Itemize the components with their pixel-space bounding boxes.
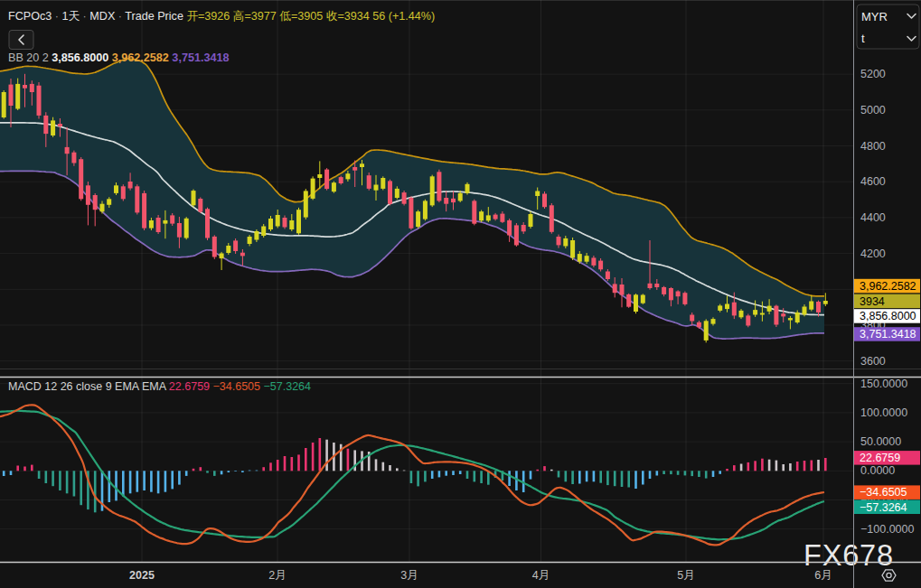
svg-text:5200: 5200 [860,68,886,80]
svg-text:4600: 4600 [860,175,886,188]
svg-text:22.6759: 22.6759 [860,452,900,464]
svg-text:4800: 4800 [860,140,886,153]
svg-text:100.0000: 100.0000 [860,406,907,419]
svg-text:FX678: FX678 [804,539,894,572]
svg-text:−57.3264: −57.3264 [860,501,907,514]
svg-text:2025: 2025 [129,569,155,582]
svg-text:0.0000: 0.0000 [860,464,895,477]
svg-text:MACD 12 26 close 9 EMA EMA 22.: MACD 12 26 close 9 EMA EMA 22.6759 −34.6… [8,380,311,393]
svg-text:−34.6505: −34.6505 [860,486,907,499]
svg-text:3月: 3月 [400,569,418,582]
svg-text:t: t [861,32,865,45]
svg-text:3,962.2582: 3,962.2582 [860,280,916,293]
svg-text:3,856.8000: 3,856.8000 [860,310,916,322]
svg-text:4月: 4月 [532,569,550,582]
svg-text:4400: 4400 [860,211,886,224]
svg-text:FCPOc3 · 1天 · MDX · Trade Pric: FCPOc3 · 1天 · MDX · Trade Price 开=3926 高… [8,10,435,23]
svg-text:3600: 3600 [860,355,886,368]
svg-text:2月: 2月 [268,569,286,582]
svg-text:MYR: MYR [861,10,888,23]
svg-text:4200: 4200 [860,247,886,260]
svg-text:BB 20 2 3,856.8000 3,962.2582: BB 20 2 3,856.8000 3,962.2582 3,751.3418 [8,51,229,64]
svg-text:150.0000: 150.0000 [860,378,907,390]
svg-text:50.0000: 50.0000 [860,435,901,448]
svg-text:5000: 5000 [860,104,886,117]
svg-text:5月: 5月 [677,569,694,582]
svg-text:6月: 6月 [814,569,832,582]
svg-text:−100.0000: −100.0000 [860,523,914,536]
svg-text:3934: 3934 [860,295,885,308]
svg-text:3,751.3418: 3,751.3418 [860,328,916,341]
